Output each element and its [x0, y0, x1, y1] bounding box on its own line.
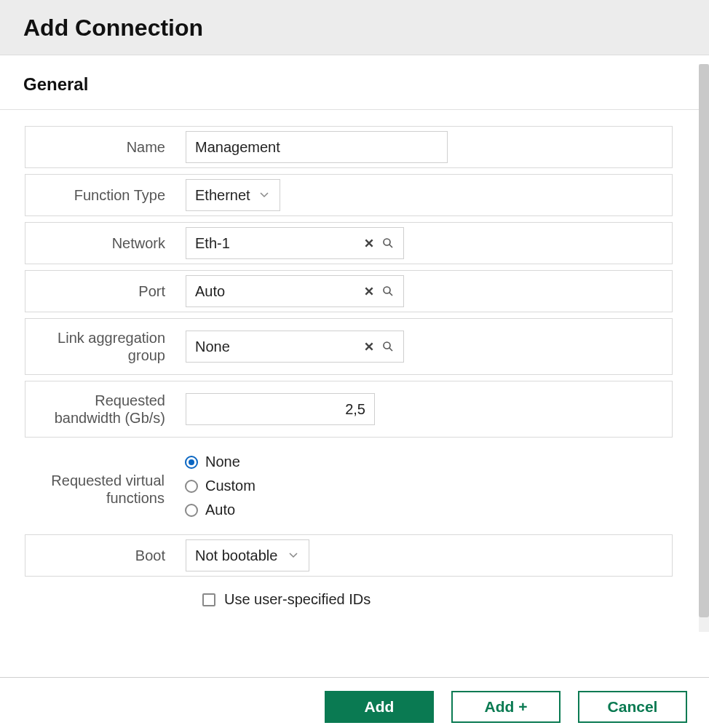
radio-icon-checked	[185, 456, 198, 469]
radio-icon	[185, 504, 198, 517]
row-bandwidth: Requested bandwidth (Gb/s) 2,5	[25, 381, 673, 438]
search-icon[interactable]	[381, 237, 395, 250]
radio-custom[interactable]: Custom	[185, 478, 256, 494]
function-type-select[interactable]: Ethernet	[186, 179, 280, 211]
network-value: Eth-1	[195, 235, 230, 252]
network-lookup[interactable]: Eth-1	[186, 227, 404, 259]
label-name: Name	[25, 127, 178, 167]
dialog-title: Add Connection	[23, 15, 686, 41]
label-lag: Link aggregation group	[25, 319, 178, 374]
name-value: Management	[195, 139, 280, 156]
clear-icon[interactable]	[363, 340, 376, 353]
row-function-type: Function Type Ethernet	[25, 174, 673, 216]
checkbox-icon[interactable]	[202, 593, 215, 606]
svg-point-0	[384, 239, 390, 245]
section-general-title: General	[0, 55, 709, 110]
bandwidth-input[interactable]: 2,5	[186, 393, 375, 425]
dialog-header: Add Connection	[0, 0, 709, 55]
row-port: Port Auto	[25, 270, 673, 312]
chevron-down-icon	[287, 549, 300, 562]
label-port: Port	[25, 271, 178, 312]
label-virtual-fns: Requested virtual functions	[25, 443, 178, 529]
label-function-type: Function Type	[25, 175, 178, 215]
row-boot: Boot Not bootable	[25, 534, 673, 577]
row-network: Network Eth-1	[25, 222, 673, 264]
dialog-footer: Add Add + Cancel	[0, 677, 709, 728]
virtual-fns-radio-group: None Custom Auto	[185, 448, 256, 524]
port-lookup[interactable]: Auto	[186, 275, 404, 307]
scrollbar[interactable]	[699, 64, 709, 632]
row-name: Name Management	[25, 126, 673, 168]
label-network: Network	[25, 223, 178, 264]
clear-icon[interactable]	[363, 285, 376, 298]
bandwidth-value: 2,5	[345, 401, 365, 418]
form-body: Name Management Function Type Ethernet N…	[0, 110, 697, 615]
radio-none[interactable]: None	[185, 454, 256, 470]
add-button[interactable]: Add	[325, 691, 434, 723]
scrollbar-thumb[interactable]	[699, 64, 709, 617]
boot-value: Not bootable	[195, 547, 277, 564]
radio-auto[interactable]: Auto	[185, 502, 256, 518]
function-type-value: Ethernet	[195, 187, 250, 204]
search-icon[interactable]	[381, 340, 395, 353]
label-user-ids: Use user-specified IDs	[224, 591, 371, 608]
cancel-button[interactable]: Cancel	[578, 691, 687, 723]
row-user-ids[interactable]: Use user-specified IDs	[25, 582, 673, 608]
lag-lookup[interactable]: None	[186, 331, 404, 363]
port-value: Auto	[195, 283, 225, 300]
row-lag: Link aggregation group None	[25, 318, 673, 375]
search-icon[interactable]	[381, 285, 395, 298]
row-virtual-fns: Requested virtual functions None Custom …	[25, 443, 673, 529]
label-bandwidth: Requested bandwidth (Gb/s)	[25, 381, 178, 437]
label-boot: Boot	[25, 535, 178, 576]
name-input[interactable]: Management	[186, 131, 448, 163]
clear-icon[interactable]	[363, 237, 376, 250]
radio-icon	[185, 480, 198, 493]
lag-value: None	[195, 339, 230, 355]
add-plus-button[interactable]: Add +	[451, 691, 561, 723]
svg-point-1	[384, 287, 390, 293]
chevron-down-icon	[258, 189, 271, 202]
boot-select[interactable]: Not bootable	[186, 539, 309, 571]
svg-point-2	[384, 342, 390, 349]
